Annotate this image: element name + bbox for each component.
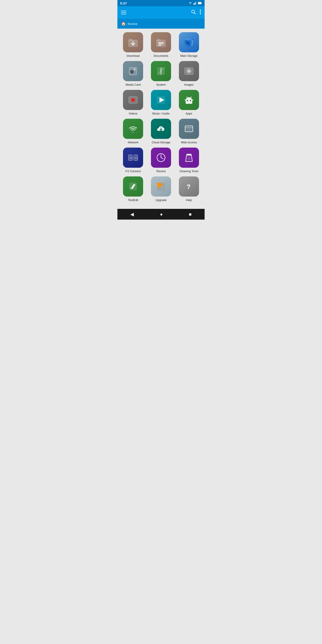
label-textedit: TextEdit	[128, 198, 138, 202]
grid-item-videos[interactable]: Videos	[120, 90, 146, 115]
svg-point-11	[200, 13, 201, 14]
svg-text:<>: <>	[130, 157, 132, 159]
icon-web-access	[179, 119, 199, 139]
label-network: Network	[128, 141, 138, 144]
icon-cleaning-tools	[179, 148, 199, 168]
grid-item-system[interactable]: System	[148, 61, 174, 86]
hamburger-menu[interactable]	[121, 11, 126, 14]
svg-rect-27	[135, 68, 136, 70]
svg-line-47	[191, 96, 192, 98]
svg-rect-3	[196, 2, 196, 5]
svg-point-9	[200, 10, 201, 11]
svg-rect-50	[186, 127, 192, 131]
svg-rect-15	[156, 40, 166, 47]
grid-item-cloud-storage[interactable]: Cloud Storage	[148, 119, 174, 144]
icon-upgrade	[151, 176, 171, 196]
breadcrumb: 🏠 Home	[118, 19, 204, 28]
icon-media-card	[123, 61, 143, 81]
grid-container: Download Documents Main Storage Media Ca…	[118, 28, 204, 205]
svg-point-70	[158, 186, 160, 188]
icon-system	[151, 61, 171, 81]
icon-apps	[179, 90, 199, 110]
svg-point-40	[187, 100, 188, 101]
icon-network	[123, 119, 143, 139]
grid-item-network[interactable]: Network	[120, 119, 146, 144]
svg-text:<>: <>	[134, 157, 137, 159]
icon-images	[179, 61, 199, 81]
label-main-storage: Main Storage	[180, 54, 198, 58]
bottom-nav: ◀ ● ■	[118, 209, 204, 220]
svg-point-41	[190, 100, 191, 101]
battery-icon	[198, 2, 202, 4]
svg-rect-6	[201, 3, 202, 4]
grid-item-download[interactable]: Download	[120, 32, 146, 58]
icon-documents	[151, 32, 171, 52]
grid-item-textedit[interactable]: TextEdit	[120, 176, 146, 202]
svg-point-36	[132, 99, 134, 101]
label-web-access: Web Access	[181, 141, 197, 144]
svg-rect-13	[128, 39, 132, 41]
svg-line-46	[186, 96, 187, 98]
label-help: Help	[186, 198, 192, 202]
label-system: System	[156, 83, 166, 86]
wifi-icon	[188, 2, 192, 4]
grid-item-music[interactable]: Music / Audio	[148, 90, 174, 115]
status-bar: 5:37	[118, 0, 204, 6]
svg-point-33	[188, 70, 190, 72]
label-media-card: Media Card	[126, 83, 141, 86]
status-time: 5:37	[120, 1, 127, 5]
top-bar	[118, 6, 204, 19]
svg-text:?: ?	[186, 183, 190, 190]
icon-videos	[123, 90, 143, 110]
label-download: Download	[126, 54, 140, 58]
icon-cloud-storage	[151, 119, 171, 139]
label-recent: Recent	[156, 170, 166, 173]
search-icon[interactable]	[191, 9, 196, 16]
icon-music	[151, 90, 171, 110]
svg-rect-0	[194, 4, 194, 5]
svg-point-69	[160, 184, 162, 186]
home-icon: 🏠	[121, 21, 126, 26]
icon-help: ?	[179, 176, 199, 196]
label-music: Music / Audio	[152, 112, 170, 115]
grid-item-recent[interactable]: Recent	[148, 148, 174, 173]
svg-rect-2	[195, 2, 196, 5]
grid-item-upgrade[interactable]: Upgrade	[148, 176, 174, 202]
label-fx-connect: FX Connect	[126, 170, 141, 173]
breadcrumb-label: Home	[128, 22, 138, 26]
svg-line-58	[161, 158, 163, 159]
grid-item-cleaning-tools[interactable]: Cleaning Tools	[176, 148, 202, 173]
recent-apps-button[interactable]: ■	[183, 210, 197, 219]
label-cleaning-tools: Cleaning Tools	[179, 170, 198, 173]
svg-rect-68	[161, 187, 165, 191]
grid-item-main-storage[interactable]: Main Storage	[176, 32, 202, 58]
icon-fx-connect: <> <>	[123, 148, 143, 168]
grid-item-apps[interactable]: Apps	[176, 90, 202, 115]
grid-item-images[interactable]: Images	[176, 61, 202, 86]
svg-line-8	[194, 13, 196, 14]
back-button[interactable]: ◀	[125, 210, 139, 219]
icon-textedit	[123, 176, 143, 196]
label-apps: Apps	[186, 112, 192, 115]
icon-recent	[151, 148, 171, 168]
svg-rect-16	[156, 39, 160, 41]
more-options-icon[interactable]	[200, 9, 201, 16]
label-images: Images	[184, 83, 194, 86]
grid-item-web-access[interactable]: Web Access	[176, 119, 202, 144]
svg-rect-26	[134, 68, 134, 70]
grid-item-fx-connect[interactable]: <> <> FX Connect	[120, 148, 146, 173]
grid-item-documents[interactable]: Documents	[148, 32, 174, 58]
label-upgrade: Upgrade	[156, 198, 166, 202]
svg-rect-1	[194, 3, 195, 5]
icon-main-storage	[179, 32, 199, 52]
top-bar-actions	[191, 9, 201, 16]
svg-point-25	[131, 71, 132, 72]
grid-item-media-card[interactable]: Media Card	[120, 61, 146, 86]
svg-rect-5	[198, 2, 201, 4]
label-videos: Videos	[129, 112, 138, 115]
signal-icon	[194, 2, 196, 5]
grid-item-help[interactable]: ? Help	[176, 176, 202, 202]
home-button[interactable]: ●	[154, 210, 168, 219]
icon-download	[123, 32, 143, 52]
label-cloud-storage: Cloud Storage	[152, 141, 170, 144]
